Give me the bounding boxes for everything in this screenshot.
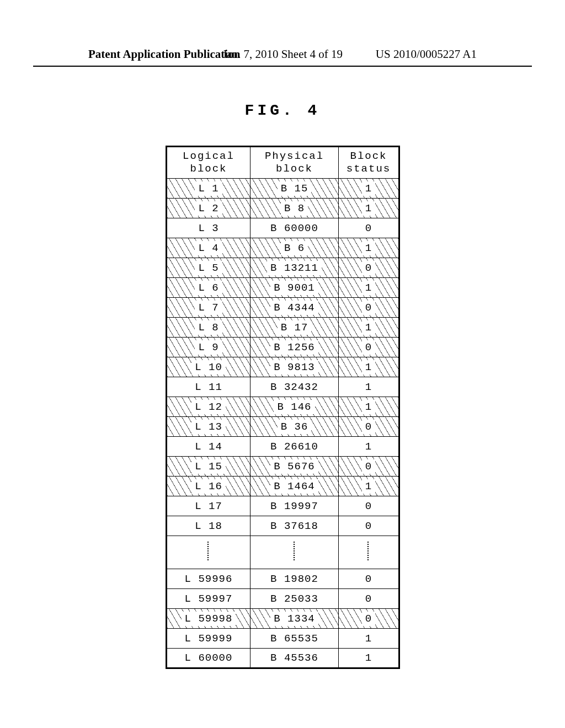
- cell-status-value: 0: [365, 573, 372, 585]
- cell-status-value: 1: [362, 181, 375, 196]
- table-row: L 3B 600000: [167, 218, 399, 238]
- cell-logical-value: L 7: [195, 301, 222, 315]
- table-body: L 1B 151L 2B 81L 3B 600000L 4B 61L 5B 13…: [167, 179, 399, 668]
- cell-status: 1: [339, 377, 399, 397]
- cell-physical-value: B 26610: [270, 441, 318, 453]
- cell-logical: L 8: [167, 318, 250, 338]
- col-header-status: Block status: [339, 147, 399, 179]
- cell-status: 1: [339, 629, 399, 649]
- cell-status-value: 0: [362, 340, 375, 355]
- cell-physical-value: B 25033: [270, 593, 318, 605]
- cell-logical: L 59998: [167, 609, 250, 629]
- table-row: L 59997B 250330: [167, 589, 399, 609]
- table-row: L 4B 61: [167, 238, 399, 258]
- cell-logical: L 3: [167, 218, 250, 238]
- cell-physical: B 19802: [250, 569, 339, 589]
- cell-logical-value: L 2: [195, 201, 222, 216]
- cell-logical-value: L 16: [191, 479, 226, 494]
- cell-status: 1: [339, 397, 399, 417]
- cell-logical: L 18: [167, 516, 250, 536]
- figure-label: FIG. 4: [0, 102, 565, 119]
- cell-logical: L 12: [167, 397, 250, 417]
- cell-status: 0: [339, 417, 399, 437]
- cell-physical-value: B 36: [278, 420, 312, 434]
- cell-physical: B 65535: [250, 629, 339, 649]
- cell-physical: B 4344: [250, 298, 339, 318]
- cell-physical-value: B 9813: [270, 360, 318, 374]
- cell-status: 0: [339, 338, 399, 357]
- cell-logical: L 7: [167, 298, 250, 318]
- cell-logical: L 59997: [167, 589, 250, 609]
- cell-physical-value: B 19802: [270, 573, 318, 585]
- cell-status-value: 0: [365, 520, 372, 532]
- cell-status: 0: [339, 258, 399, 278]
- cell-logical-value: L 60000: [185, 652, 233, 664]
- table-row: L 12B 1461: [167, 397, 399, 417]
- table-row: L 59996B 198020: [167, 569, 399, 589]
- cell-status: 0: [339, 298, 399, 318]
- cell-logical-value: L 18: [195, 520, 222, 532]
- cell-logical: L 1: [167, 179, 250, 199]
- table-row: L 13B 360: [167, 417, 399, 437]
- cell-status: 1: [339, 179, 399, 199]
- cell-status-value: 0: [362, 612, 375, 626]
- cell-logical-value: L 6: [195, 281, 222, 295]
- cell-physical: B 37618: [250, 516, 339, 536]
- ellipsis-cell: [250, 536, 339, 569]
- cell-logical-value: L 59997: [185, 593, 233, 605]
- cell-logical: L 16: [167, 477, 250, 496]
- table-row: L 6B 90011: [167, 278, 399, 298]
- cell-status-value: 1: [365, 441, 372, 453]
- cell-status-value: 0: [365, 593, 372, 605]
- cell-status-value: 1: [365, 381, 372, 393]
- cell-logical-value: L 59999: [185, 633, 233, 645]
- cell-status: 1: [339, 477, 399, 496]
- cell-status-value: 1: [365, 652, 372, 664]
- cell-status-value: 0: [365, 222, 372, 234]
- ellipsis-cell: [167, 536, 250, 569]
- vertical-ellipsis-icon: [367, 542, 370, 560]
- cell-physical-value: B 32432: [270, 381, 318, 393]
- cell-status: 1: [339, 437, 399, 457]
- cell-physical-value: B 45536: [270, 652, 318, 664]
- vertical-ellipsis-icon: [294, 542, 296, 560]
- cell-physical-value: B 60000: [270, 222, 318, 234]
- cell-status-value: 1: [365, 633, 372, 645]
- cell-physical: B 6: [250, 238, 339, 258]
- cell-physical-value: B 6: [281, 241, 308, 255]
- col-header-physical: Physical block: [250, 147, 339, 179]
- table-row: L 1B 151: [167, 179, 399, 199]
- cell-physical: B 1256: [250, 338, 339, 357]
- cell-status-value: 1: [362, 360, 375, 374]
- table-header-row: Logical block Physical block Block statu…: [167, 147, 399, 179]
- cell-status: 0: [339, 457, 399, 477]
- cell-status-value: 0: [362, 459, 375, 474]
- cell-logical: L 15: [167, 457, 250, 477]
- cell-logical: L 10: [167, 357, 250, 377]
- table-row: L 10B 98131: [167, 357, 399, 377]
- cell-physical: B 15: [250, 179, 339, 199]
- cell-physical-value: B 4344: [270, 301, 318, 315]
- cell-physical: B 13211: [250, 258, 339, 278]
- cell-physical-value: B 15: [278, 181, 312, 196]
- cell-status: 1: [339, 199, 399, 218]
- cell-logical: L 2: [167, 199, 250, 218]
- cell-logical: L 9: [167, 338, 250, 357]
- cell-physical-value: B 1334: [270, 612, 318, 626]
- cell-logical-value: L 59998: [182, 612, 236, 626]
- cell-status-value: 0: [362, 301, 375, 315]
- cell-status: 1: [339, 238, 399, 258]
- cell-physical-value: B 1464: [270, 479, 318, 494]
- cell-status-value: 1: [362, 320, 375, 335]
- cell-logical-value: L 5: [195, 261, 222, 275]
- cell-physical: B 60000: [250, 218, 339, 238]
- cell-physical-value: B 13211: [267, 261, 322, 275]
- cell-physical: B 25033: [250, 589, 339, 609]
- table-row: L 17B 199970: [167, 496, 399, 516]
- cell-physical-value: B 65535: [270, 633, 318, 645]
- cell-physical-value: B 19997: [270, 500, 318, 512]
- cell-logical-value: L 17: [195, 500, 222, 512]
- cell-logical: L 59996: [167, 569, 250, 589]
- cell-logical-value: L 59996: [185, 573, 233, 585]
- cell-status-value: 0: [362, 420, 375, 434]
